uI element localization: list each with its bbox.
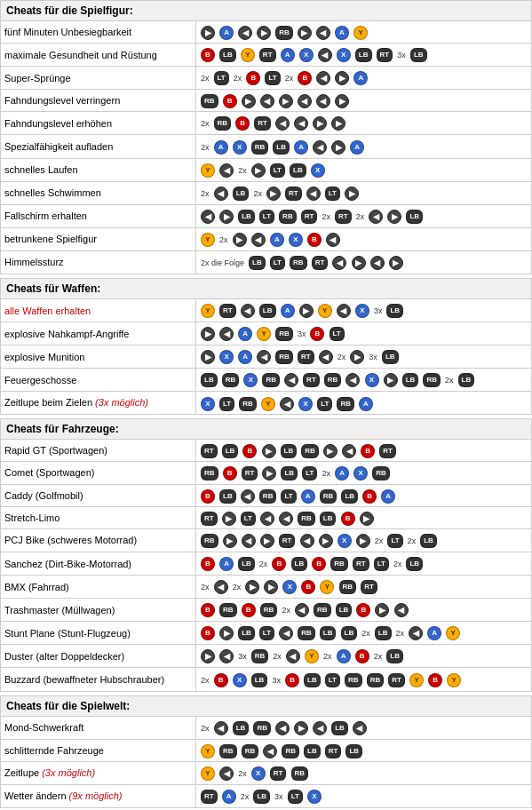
btn-y: Y <box>201 304 215 318</box>
btn-rt: RT <box>312 256 329 270</box>
btn-lb: LB <box>233 187 250 201</box>
dpad-right-icon: ▶ <box>387 210 401 224</box>
btn-lt: LT <box>330 327 345 341</box>
cheat-name: Sanchez (Dirt-Bike-Motorrad) <box>1 552 196 575</box>
cheat-name: Fallschirm erhalten <box>1 204 196 227</box>
dpad-right-icon: ▶ <box>266 187 281 201</box>
btn-lb: LB <box>233 721 250 735</box>
btn-lb: LB <box>238 626 255 640</box>
btn-lt: LT <box>281 489 296 504</box>
cheat-code: 2x LT 2x B LT 2x B ◀ ▶ A <box>196 67 532 90</box>
multiplier: 2x <box>253 189 262 198</box>
dpad-left-icon: ◀ <box>275 721 290 735</box>
btn-lt: LT <box>374 557 389 571</box>
dpad-left-icon: ◀ <box>342 444 356 458</box>
dpad-left-icon: ◀ <box>286 649 300 663</box>
btn-lb: LB <box>336 603 353 617</box>
btn-rb: RB <box>298 512 315 526</box>
btn-lt: LT <box>259 626 274 640</box>
btn-b: B <box>341 512 355 526</box>
dpad-left-icon: ◀ <box>279 626 293 640</box>
dpad-left-icon: ◀ <box>214 187 228 201</box>
dpad-left-icon: ◀ <box>353 721 367 735</box>
btn-lb: LB <box>249 256 266 270</box>
table-row: Super-Sprünge 2x LT 2x B LT 2x B ◀ ▶ A <box>1 67 532 90</box>
section-header-waffen: Cheats für Waffen: <box>1 279 532 299</box>
table-row: fünf Minuten Unbesiegbarkeit ▶ A ◀ ▶ RB … <box>1 21 532 44</box>
btn-lb: LB <box>406 557 423 571</box>
btn-rb: RB <box>367 673 385 687</box>
cheat-code: RB ▶ ◀ ▶ RT ◀ ▶ X ▶ 2x LT 2x LB <box>196 528 532 552</box>
multiplier: 3x <box>369 353 377 361</box>
dpad-right-icon: ▶ <box>233 233 247 247</box>
btn-a: A <box>353 71 368 85</box>
btn-rt: RT <box>242 466 258 480</box>
dpad-left-icon: ◀ <box>300 534 314 548</box>
multiplier: 2x <box>445 376 454 385</box>
table-row: Himmelssturz 2x die Folge LB LT RB RT ◀ … <box>1 250 532 274</box>
cheat-code: ◀ ▶ LB LT RB RT 2x RT 2x ◀ ▶ LB <box>196 204 532 227</box>
multiplier: 3x <box>274 792 283 801</box>
dpad-right-icon: ▶ <box>223 534 237 548</box>
btn-a: A <box>301 489 315 504</box>
dpad-left-icon: ◀ <box>345 373 360 387</box>
btn-rt: RT <box>388 673 405 687</box>
btn-rb: RB <box>201 534 218 548</box>
btn-lb: LB <box>259 304 276 318</box>
btn-rt: RT <box>285 187 302 201</box>
btn-lb: LB <box>290 163 306 178</box>
table-row: Fahndungslevel verringern RB B ▶ ◀ ▶ ◀ ◀… <box>1 90 532 112</box>
multiplier: 3x <box>238 652 247 661</box>
btn-y: Y <box>201 766 215 781</box>
btn-lb: LB <box>320 626 337 640</box>
cheat-name: alle Waffen erhalten <box>1 299 196 322</box>
table-row: Feuergeschosse LB RB X RB ◀ RT RB ◀ X ▶ … <box>1 369 532 392</box>
btn-lb: LB <box>219 489 236 504</box>
btn-rt: RT <box>201 790 218 804</box>
multiplier: 2x <box>322 469 330 478</box>
btn-lb: LB <box>402 373 419 387</box>
dpad-right-icon: ▶ <box>313 116 327 131</box>
cheat-name: explosive Munition <box>1 345 196 369</box>
btn-b: B <box>201 48 215 62</box>
btn-y: Y <box>261 397 275 411</box>
btn-b: B <box>242 444 257 458</box>
btn-rt: RT <box>335 210 352 224</box>
cheat-code: 2x B X LB 3x B LB LT RB RB RT Y B Y <box>196 668 532 691</box>
btn-lt: LT <box>317 397 332 411</box>
btn-lt: LT <box>288 790 303 804</box>
btn-a: A <box>219 557 234 571</box>
btn-a: A <box>337 649 351 663</box>
btn-rb: RB <box>239 397 257 411</box>
multiplier: 2x <box>238 166 247 175</box>
table-row: schlitternde Fahrzeuge Y RB RB ◀ RB LB R… <box>1 739 532 761</box>
btn-y: Y <box>353 26 368 40</box>
cheat-code: B ▶ LB LT ◀ RB LB LB 2x LB 2x ◀ A Y <box>196 622 532 645</box>
table-row: Fahndungslevel erhöhen 2x RB B RT ◀ ◀ ▶ … <box>1 112 532 135</box>
btn-b: B <box>235 116 250 131</box>
dpad-right-icon: ▶ <box>201 649 215 663</box>
table-row: Comet (Sportwagen) RB B RT ▶ LB LT 2x A … <box>1 461 532 484</box>
btn-rb: RB <box>275 350 293 364</box>
btn-rb: RB <box>219 603 237 617</box>
multiplier: 2x <box>241 792 250 801</box>
cheat-code: Y ◀ 2x X RT RB <box>196 761 532 784</box>
dpad-left-icon: ◀ <box>201 210 215 224</box>
cheat-code: X LT RB Y ◀ X LT RB A <box>196 392 532 414</box>
dpad-right-icon: ▶ <box>350 350 364 364</box>
btn-lt: LT <box>387 534 402 548</box>
multiplier: 2x <box>201 189 210 198</box>
dpad-left-icon: ◀ <box>319 350 333 364</box>
btn-rb: RB <box>251 649 269 663</box>
cheat-code: RT A 2x LB 3x LT X <box>196 784 532 807</box>
btn-rb: RB <box>259 489 277 504</box>
btn-rt: RT <box>301 210 318 224</box>
dpad-left-icon: ◀ <box>257 350 271 364</box>
multiplier: 2x die Folge <box>201 258 244 267</box>
btn-lb: LB <box>238 557 255 571</box>
cheat-name: Caddy (Golfmobil) <box>1 484 196 506</box>
multiplier: 2x <box>323 652 332 661</box>
dpad-right-icon: ▶ <box>262 466 276 480</box>
btn-x: X <box>219 350 234 364</box>
btn-lt: LT <box>219 397 234 411</box>
